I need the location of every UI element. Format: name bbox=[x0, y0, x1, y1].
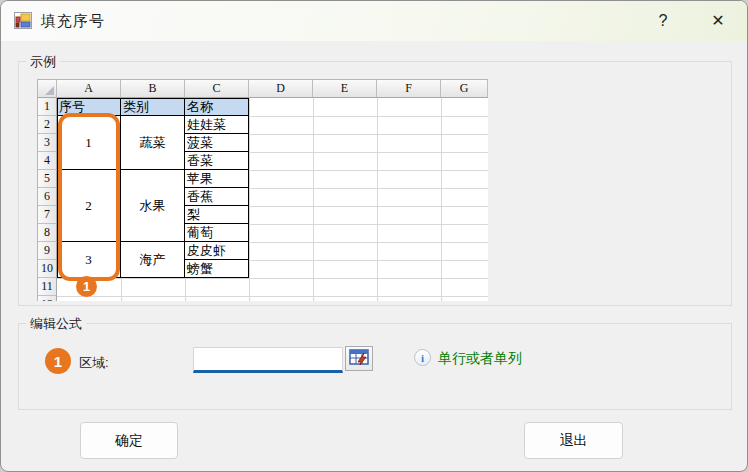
row-header-9: 9 bbox=[38, 242, 57, 260]
cell-serial-3: 3 bbox=[57, 242, 121, 278]
row-header-1: 1 bbox=[38, 98, 57, 116]
cell-item: 香蕉 bbox=[185, 188, 249, 206]
cell-a1-serial-header: 序号 bbox=[57, 98, 121, 116]
spreadsheet: A B C D E F G 1 2 3 4 5 6 7 8 9 10 11 12… bbox=[37, 79, 488, 301]
example-group-label: 示例 bbox=[26, 53, 60, 71]
row-header-7: 7 bbox=[38, 206, 57, 224]
cell-category-fruit: 水果 bbox=[121, 170, 185, 242]
cell-c1-name-header: 名称 bbox=[185, 98, 249, 116]
col-header-e: E bbox=[313, 80, 377, 98]
range-picker-button[interactable] bbox=[345, 346, 373, 371]
cell-item: 葡萄 bbox=[185, 224, 249, 242]
cell-item: 香菜 bbox=[185, 152, 249, 170]
formula-groupbox: 编辑公式 bbox=[18, 323, 732, 410]
col-header-c: C bbox=[185, 80, 249, 98]
cell-item: 苹果 bbox=[185, 170, 249, 188]
window-title: 填充序号 bbox=[41, 12, 105, 31]
range-field-label: 区域: bbox=[79, 354, 109, 372]
col-header-d: D bbox=[249, 80, 313, 98]
select-all-icon bbox=[45, 86, 54, 95]
col-header-g: G bbox=[441, 80, 488, 98]
app-icon bbox=[14, 12, 32, 29]
cell-item: 菠菜 bbox=[185, 134, 249, 152]
cell-serial-1: 1 bbox=[57, 116, 121, 170]
cell-item: 皮皮虾 bbox=[185, 242, 249, 260]
row-header-3: 3 bbox=[38, 134, 57, 152]
row-header-6: 6 bbox=[38, 188, 57, 206]
row-header-5: 5 bbox=[38, 170, 57, 188]
range-input[interactable] bbox=[193, 347, 343, 373]
info-icon: i bbox=[414, 349, 431, 366]
close-icon[interactable]: ✕ bbox=[701, 6, 735, 36]
row-header-8: 8 bbox=[38, 224, 57, 242]
cell-b1-category-header: 类别 bbox=[121, 98, 185, 116]
cell-category-seafood: 海产 bbox=[121, 242, 185, 278]
row-header-2: 2 bbox=[38, 116, 57, 134]
row-header-11: 11 bbox=[38, 278, 57, 296]
cell-item: 梨 bbox=[185, 206, 249, 224]
col-header-a: A bbox=[57, 80, 121, 98]
row-header-12: 12 bbox=[38, 296, 57, 301]
formula-step-badge: 1 bbox=[45, 348, 71, 374]
exit-button[interactable]: 退出 bbox=[524, 422, 623, 459]
formula-group-label: 编辑公式 bbox=[26, 315, 86, 333]
row-header-10: 10 bbox=[38, 260, 57, 278]
range-hint-text: 单行或者单列 bbox=[438, 350, 522, 368]
ok-button[interactable]: 确定 bbox=[80, 422, 178, 459]
fill-serial-dialog: 填充序号 ? ✕ 示例 A B C D E F G 1 2 3 4 5 6 7 … bbox=[0, 0, 748, 472]
col-header-f: F bbox=[377, 80, 441, 98]
range-picker-icon bbox=[349, 349, 369, 369]
cell-item: 娃娃菜 bbox=[185, 116, 249, 134]
cell-category-vegetable: 蔬菜 bbox=[121, 116, 185, 170]
row-header-4: 4 bbox=[38, 152, 57, 170]
sheet-corner-cell bbox=[38, 80, 57, 98]
help-button[interactable]: ? bbox=[646, 6, 680, 36]
col-header-b: B bbox=[121, 80, 185, 98]
cell-item: 螃蟹 bbox=[185, 260, 249, 278]
cell-serial-2: 2 bbox=[57, 170, 121, 242]
title-bar: 填充序号 ? ✕ bbox=[1, 1, 747, 41]
annotation-badge-1: 1 bbox=[76, 276, 97, 297]
